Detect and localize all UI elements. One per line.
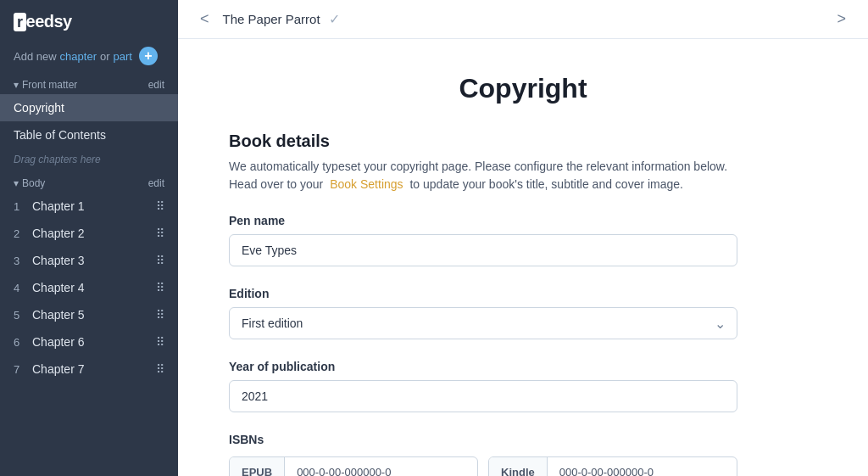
- year-input[interactable]: [229, 380, 737, 412]
- edition-group: Edition First edition Second edition Thi…: [229, 287, 817, 339]
- add-new-or: or: [100, 50, 110, 63]
- topbar: < The Paper Parrot ✓ >: [178, 0, 868, 39]
- drag-handle-icon[interactable]: ⠿: [156, 362, 164, 376]
- sidebar-item-copyright[interactable]: Copyright: [0, 94, 178, 121]
- isbn-kindle-field: Kindle 000-0-00-000000-0: [488, 456, 737, 476]
- next-button[interactable]: >: [832, 8, 851, 30]
- prev-button[interactable]: <: [195, 8, 214, 30]
- main-content: < The Paper Parrot ✓ > Copyright Book de…: [178, 0, 868, 476]
- year-group: Year of publication: [229, 360, 817, 412]
- sidebar-item-toc[interactable]: Table of Contents: [0, 121, 178, 148]
- edition-select[interactable]: First edition Second edition Third editi…: [229, 307, 737, 339]
- isbns-section: ISBNs EPUB 000-0-00-000000-0 Kindle 000-…: [229, 433, 817, 476]
- body-label: ▾ Body: [14, 177, 45, 189]
- isbn-epub-field: EPUB 000-0-00-000000-0: [229, 456, 478, 476]
- drag-handle-icon[interactable]: ⠿: [156, 335, 164, 349]
- page-title: Copyright: [229, 73, 817, 104]
- book-settings-link[interactable]: Book Settings: [330, 177, 403, 191]
- pen-name-label: Pen name: [229, 214, 817, 227]
- isbn-epub-label: EPUB: [230, 457, 285, 476]
- drag-handle-icon[interactable]: ⠿: [156, 227, 164, 240]
- pen-name-input[interactable]: [229, 234, 737, 266]
- logo-area: reedsy: [0, 0, 178, 40]
- isbn-kindle-value: 000-0-00-000000-0: [548, 457, 737, 476]
- sidebar-item-chapter-6[interactable]: 6 Chapter 6 ⠿: [0, 328, 178, 356]
- drag-chapters-hint: Drag chapters here: [0, 148, 178, 171]
- drag-handle-icon[interactable]: ⠿: [156, 254, 164, 267]
- front-matter-label: ▾ Front matter: [14, 79, 77, 91]
- content-area: Copyright Book details We automatically …: [178, 39, 868, 476]
- isbns-label: ISBNs: [229, 433, 817, 446]
- sidebar-item-chapter-4[interactable]: 4 Chapter 4 ⠿: [0, 274, 178, 301]
- chevron-down-icon-body: ▾: [14, 177, 19, 189]
- topbar-left: < The Paper Parrot ✓: [195, 8, 340, 30]
- add-new-text: Add new: [14, 50, 57, 63]
- add-new-button[interactable]: +: [139, 47, 158, 65]
- body-header: ▾ Body edit: [0, 171, 178, 193]
- drag-handle-icon[interactable]: ⠿: [156, 281, 164, 294]
- app-logo: reedsy: [14, 12, 72, 31]
- check-icon: ✓: [329, 11, 340, 27]
- sidebar: reedsy Add new chapter or part + ▾ Front…: [0, 0, 178, 476]
- isbn-epub-value: 000-0-00-000000-0: [285, 457, 477, 476]
- chevron-down-icon: ▾: [14, 79, 19, 91]
- edition-label: Edition: [229, 287, 817, 300]
- add-part-link[interactable]: part: [114, 50, 132, 63]
- book-details-heading: Book details: [229, 132, 817, 151]
- drag-handle-icon[interactable]: ⠿: [156, 308, 164, 322]
- pen-name-group: Pen name: [229, 214, 817, 266]
- isbn-grid: EPUB 000-0-00-000000-0 Kindle 000-0-00-0…: [229, 456, 737, 476]
- sidebar-item-chapter-7[interactable]: 7 Chapter 7 ⠿: [0, 356, 178, 383]
- add-chapter-link[interactable]: chapter: [60, 50, 97, 63]
- section-description: We automatically typeset your copyright …: [229, 158, 817, 193]
- edition-select-wrapper: First edition Second edition Third editi…: [229, 307, 737, 339]
- year-label: Year of publication: [229, 360, 817, 373]
- isbn-kindle-label: Kindle: [489, 457, 548, 476]
- sidebar-item-chapter-2[interactable]: 2 Chapter 2 ⠿: [0, 220, 178, 247]
- body-edit[interactable]: edit: [148, 177, 164, 189]
- sidebar-item-chapter-1[interactable]: 1 Chapter 1 ⠿: [0, 193, 178, 220]
- add-new-bar: Add new chapter or part +: [0, 40, 178, 72]
- book-title: The Paper Parrot: [223, 12, 320, 26]
- sidebar-item-chapter-5[interactable]: 5 Chapter 5 ⠿: [0, 301, 178, 328]
- front-matter-header: ▾ Front matter edit: [0, 72, 178, 94]
- drag-handle-icon[interactable]: ⠿: [156, 199, 164, 213]
- front-matter-edit[interactable]: edit: [148, 79, 164, 91]
- sidebar-item-chapter-3[interactable]: 3 Chapter 3 ⠿: [0, 247, 178, 274]
